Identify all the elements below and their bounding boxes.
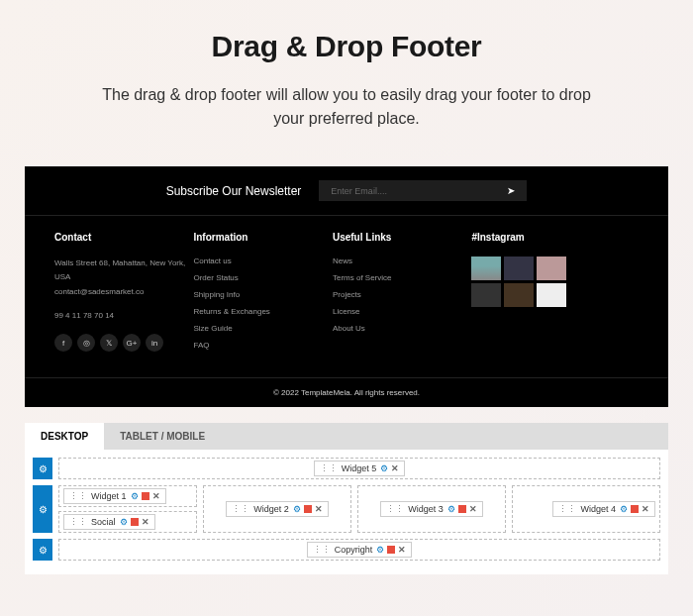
close-icon[interactable]: ✕ [391,463,399,473]
useful-links: News Terms of Service Projects License A… [333,257,471,333]
contact-address2: contact@sadesmarket.co [54,285,193,299]
builder: DESKTOP TABLET / MOBILE ⚙ ⋮⋮ Widget 5 ⚙✕ [25,423,668,574]
insta-thumb[interactable] [537,257,566,280]
duplicate-icon[interactable] [142,492,149,500]
link[interactable]: Order Status [193,273,332,282]
insta-thumb[interactable] [471,257,501,280]
gear-icon[interactable]: ⚙ [620,504,628,514]
widget-social[interactable]: ⋮⋮ Social ⚙✕ [63,514,155,530]
social-icons: f ◎ 𝕏 G+ in [54,334,193,352]
useful-col: Useful Links News Terms of Service Proje… [333,232,471,358]
instagram-icon[interactable]: ◎ [77,334,95,352]
gear-icon[interactable]: ⚙ [293,504,301,514]
footer-preview: Subscribe Our Newsletter Enter Email....… [25,166,668,407]
insta-thumb[interactable] [504,257,534,280]
newsletter-title: Subscribe Our Newsletter [166,184,302,198]
tab-tablet-mobile[interactable]: TABLET / MOBILE [104,423,221,450]
information-col: Information Contact us Order Status Ship… [193,232,332,358]
row-settings-button[interactable]: ⚙ [33,539,52,561]
link[interactable]: Size Guide [193,324,332,333]
twitter-icon[interactable]: 𝕏 [100,334,118,352]
builder-row-1: ⚙ ⋮⋮ Widget 5 ⚙✕ [33,458,660,479]
close-icon[interactable]: ✕ [469,504,477,514]
close-icon[interactable]: ✕ [152,491,160,501]
builder-tabs: DESKTOP TABLET / MOBILE [25,423,668,450]
grip-icon: ⋮⋮ [69,517,87,527]
link[interactable]: Terms of Service [333,273,471,282]
row-settings-button[interactable]: ⚙ [33,485,52,533]
gear-icon[interactable]: ⚙ [120,517,128,527]
insta-thumb[interactable] [504,283,534,307]
gear-icon[interactable]: ⚙ [376,545,384,555]
grip-icon: ⋮⋮ [313,545,331,555]
duplicate-icon[interactable] [304,505,312,513]
duplicate-icon[interactable] [131,518,139,526]
link[interactable]: About Us [333,324,471,333]
close-icon[interactable]: ✕ [142,517,149,527]
contact-heading: Contact [54,232,193,243]
contact-address1: Walls Street 68, Mahattan, New York, USA [54,257,193,285]
widget-4[interactable]: ⋮⋮ Widget 4 ⚙✕ [552,501,655,517]
grip-icon: ⋮⋮ [232,504,249,514]
facebook-icon[interactable]: f [54,334,72,352]
link[interactable]: Projects [333,290,471,299]
close-icon[interactable]: ✕ [642,504,649,514]
widget-label: Widget 1 [91,491,127,501]
duplicate-icon[interactable] [631,505,639,513]
close-icon[interactable]: ✕ [398,545,406,555]
builder-row-2: ⚙ ⋮⋮ Widget 1 ⚙✕ ⋮⋮ [33,485,660,533]
widget-3[interactable]: ⋮⋮ Widget 3 ⚙✕ [380,501,483,517]
builder-row-3: ⚙ ⋮⋮ Copyright ⚙✕ [33,539,660,561]
gear-icon[interactable]: ⚙ [131,491,139,501]
page-subtitle: The drag & drop footer will allow you to… [99,83,594,131]
email-input-wrap[interactable]: Enter Email.... ➤ [319,180,527,201]
information-heading: Information [193,232,332,243]
instagram-col: #Instagram [471,232,639,358]
gear-icon: ⚙ [39,545,48,556]
drop-slot[interactable]: ⋮⋮ Widget 1 ⚙✕ [58,485,197,507]
link[interactable]: License [333,307,471,316]
widget-label: Widget 5 [342,463,377,473]
grip-icon: ⋮⋮ [69,491,87,501]
send-icon[interactable]: ➤ [507,185,515,196]
row-settings-button[interactable]: ⚙ [33,458,52,479]
widget-label: Widget 3 [408,504,444,514]
newsletter-bar: Subscribe Our Newsletter Enter Email....… [25,166,668,216]
drop-slot[interactable]: ⋮⋮ Widget 4 ⚙✕ [512,485,660,533]
duplicate-icon[interactable] [387,546,395,554]
instagram-heading: #Instagram [471,232,639,243]
duplicate-icon[interactable] [458,505,466,513]
gear-icon: ⚙ [39,463,48,474]
close-icon[interactable]: ✕ [315,504,323,514]
drop-slot[interactable]: ⋮⋮ Copyright ⚙✕ [58,539,660,561]
grip-icon: ⋮⋮ [320,463,338,473]
link[interactable]: Returns & Exchanges [193,307,332,316]
link[interactable]: News [333,257,471,265]
drop-slot[interactable]: ⋮⋮ Widget 3 ⚙✕ [357,485,506,533]
contact-col: Contact Walls Street 68, Mahattan, New Y… [54,232,193,358]
widget-label: Copyright [335,545,373,555]
gear-icon[interactable]: ⚙ [447,504,455,514]
insta-thumb[interactable] [471,283,501,307]
link[interactable]: FAQ [193,341,332,350]
gear-icon[interactable]: ⚙ [380,463,388,473]
page-title: Drag & Drop Footer [25,30,668,63]
link[interactable]: Contact us [193,257,332,265]
googleplus-icon[interactable]: G+ [123,334,141,352]
widget-copyright[interactable]: ⋮⋮ Copyright ⚙✕ [307,542,413,558]
grip-icon: ⋮⋮ [558,504,576,514]
contact-phone: 99 4 11 78 70 14 [54,311,193,320]
widget-label: Social [91,517,116,527]
widget-2[interactable]: ⋮⋮ Widget 2 ⚙✕ [226,501,329,517]
link[interactable]: Shipping Info [193,290,332,299]
drop-slot[interactable]: ⋮⋮ Social ⚙✕ [58,511,197,533]
widget-1[interactable]: ⋮⋮ Widget 1 ⚙✕ [63,488,166,504]
widget-label: Widget 4 [580,504,616,514]
drop-slot[interactable]: ⋮⋮ Widget 5 ⚙✕ [58,458,660,479]
widget-5[interactable]: ⋮⋮ Widget 5 ⚙✕ [314,461,406,476]
drop-slot[interactable]: ⋮⋮ Widget 2 ⚙✕ [203,485,351,533]
linkedin-icon[interactable]: in [146,334,163,352]
insta-thumb[interactable] [537,283,566,307]
gear-icon: ⚙ [39,504,48,515]
tab-desktop[interactable]: DESKTOP [25,423,104,450]
